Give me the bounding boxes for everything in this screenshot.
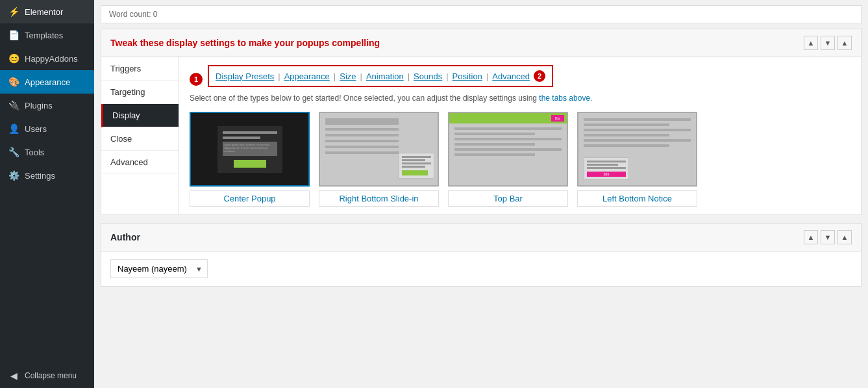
panel-minimize-btn[interactable]: ▲ bbox=[837, 36, 852, 50]
author-select[interactable]: Nayeem (nayeem) bbox=[110, 259, 208, 278]
author-panel-controls: ▲ ▼ ▲ bbox=[804, 230, 852, 244]
tab-size[interactable]: Size bbox=[340, 71, 356, 81]
tab-position[interactable]: Position bbox=[453, 71, 482, 81]
preset-center-popup-thumbnail: Lorem ipsum dolor sit amet, consectetur … bbox=[190, 112, 310, 187]
word-count-text: Word count: 0 bbox=[109, 10, 157, 19]
elementor-icon: ⚡ bbox=[8, 6, 19, 18]
tab-sep-5: | bbox=[446, 71, 448, 81]
author-collapse-down-btn[interactable]: ▼ bbox=[821, 230, 835, 244]
word-count-bar: Word count: 0 bbox=[101, 5, 862, 23]
sidebar-item-label: Plugins bbox=[25, 101, 53, 110]
author-panel-header: Author ▲ ▼ ▲ bbox=[101, 224, 861, 252]
preset-right-bottom-label: Right Bottom Slide-in bbox=[319, 190, 439, 207]
tab-advanced[interactable]: Advanced bbox=[492, 71, 530, 81]
popup-nav-advanced[interactable]: Advanced bbox=[101, 151, 179, 174]
sidebar: ⚡ Elementor 📄 Templates 😊 HappyAddons 🎨 … bbox=[0, 0, 94, 388]
popup-settings-body: Triggers Targeting Display Close Advance… bbox=[101, 57, 861, 214]
tab-sep-2: | bbox=[334, 71, 336, 81]
tab-sep-1: | bbox=[278, 71, 280, 81]
preset-left-bottom-notice[interactable]: $$$ Left Bottom Notice bbox=[577, 112, 697, 207]
select-instruction: Select one of the types below to get sta… bbox=[190, 94, 850, 103]
preset-center-popup-label: Center Popup bbox=[190, 190, 310, 207]
sidebar-item-label: Users bbox=[25, 124, 47, 134]
sidebar-item-label: Appearance bbox=[25, 77, 70, 87]
sidebar-item-label: Templates bbox=[25, 31, 63, 40]
main-content: Word count: 0 Tweak these display settin… bbox=[94, 0, 868, 388]
tab-sep-3: | bbox=[360, 71, 362, 81]
author-select-wrap: Nayeem (nayeem) ▼ bbox=[110, 259, 208, 278]
sidebar-item-label: HappyAddons bbox=[25, 54, 78, 64]
sidebar-item-templates[interactable]: 📄 Templates bbox=[0, 23, 94, 47]
preset-lbn-thumbnail: $$$ bbox=[577, 112, 697, 187]
popup-nav-display[interactable]: Display bbox=[101, 104, 179, 127]
instruction-highlight: the tabs above. bbox=[539, 94, 592, 103]
collapse-icon: ◀ bbox=[8, 370, 19, 382]
settings-icon: ⚙️ bbox=[8, 170, 19, 181]
popup-nav-close[interactable]: Close bbox=[101, 127, 179, 151]
tab-appearance[interactable]: Appearance bbox=[284, 71, 330, 81]
popup-settings-panel: Tweak these display settings to make you… bbox=[101, 29, 862, 215]
users-icon: 👤 bbox=[8, 123, 19, 135]
tabs-nav: Display Presets | Appearance | Size | An… bbox=[208, 65, 553, 87]
preset-right-bottom-thumbnail bbox=[319, 112, 439, 187]
popup-nav-sidebar: Triggers Targeting Display Close Advance… bbox=[101, 57, 179, 214]
author-minimize-btn[interactable]: ▲ bbox=[837, 230, 852, 244]
plugins-icon: 🔌 bbox=[8, 99, 19, 111]
preset-center-popup[interactable]: Lorem ipsum dolor sit amet, consectetur … bbox=[190, 112, 310, 207]
preset-lbn-label: Left Bottom Notice bbox=[577, 190, 697, 207]
appearance-icon: 🎨 bbox=[8, 76, 19, 88]
preset-right-bottom-slide-in[interactable]: Right Bottom Slide-in bbox=[319, 112, 439, 207]
popup-settings-title: Tweak these display settings to make you… bbox=[110, 38, 380, 48]
author-panel: Author ▲ ▼ ▲ Nayeem (nayeem) ▼ bbox=[101, 223, 862, 287]
collapse-label: Collapse menu bbox=[25, 371, 77, 380]
badge-2: 2 bbox=[534, 70, 545, 82]
author-collapse-up-btn[interactable]: ▲ bbox=[804, 230, 818, 244]
sidebar-collapse[interactable]: ◀ Collapse menu bbox=[0, 363, 94, 388]
tab-sounds[interactable]: Sounds bbox=[414, 71, 442, 81]
preset-top-bar-label: Top Bar bbox=[448, 190, 568, 207]
sidebar-item-label: Elementor bbox=[25, 7, 63, 17]
tab-sep-6: | bbox=[486, 71, 488, 81]
author-panel-body: Nayeem (nayeem) ▼ bbox=[101, 252, 861, 286]
tab-sep-4: | bbox=[408, 71, 410, 81]
happyaddons-icon: 😊 bbox=[8, 53, 19, 64]
sidebar-item-tools[interactable]: 🔧 Tools bbox=[0, 140, 94, 164]
panel-collapse-up-btn[interactable]: ▲ bbox=[804, 36, 818, 50]
panel-controls: ▲ ▼ ▲ bbox=[804, 36, 852, 50]
popup-settings-header: Tweak these display settings to make you… bbox=[101, 29, 861, 57]
sidebar-item-happyaddons[interactable]: 😊 HappyAddons bbox=[0, 47, 94, 70]
presets-grid: Lorem ipsum dolor sit amet, consectetur … bbox=[190, 112, 850, 207]
author-panel-title: Author bbox=[110, 232, 140, 242]
badge-1: 1 bbox=[190, 73, 203, 86]
tab-display-presets[interactable]: Display Presets bbox=[216, 71, 274, 81]
tabs-row: 1 Display Presets | Appearance | Size | … bbox=[190, 65, 850, 94]
sidebar-item-settings[interactable]: ⚙️ Settings bbox=[0, 164, 94, 187]
sidebar-item-elementor[interactable]: ⚡ Elementor bbox=[0, 0, 94, 23]
panel-collapse-down-btn[interactable]: ▼ bbox=[821, 36, 835, 50]
sidebar-item-plugins[interactable]: 🔌 Plugins bbox=[0, 94, 94, 117]
sidebar-item-appearance[interactable]: 🎨 Appearance bbox=[0, 70, 94, 94]
popup-nav-targeting[interactable]: Targeting bbox=[101, 81, 179, 104]
sidebar-item-users[interactable]: 👤 Users bbox=[0, 117, 94, 140]
preset-top-bar-thumbnail: Buy bbox=[448, 112, 568, 187]
popup-display-content: 1 Display Presets | Appearance | Size | … bbox=[179, 57, 861, 214]
tools-icon: 🔧 bbox=[8, 146, 19, 158]
sidebar-item-label: Settings bbox=[25, 171, 55, 181]
tab-animation[interactable]: Animation bbox=[366, 71, 404, 81]
popup-nav-triggers[interactable]: Triggers bbox=[101, 57, 179, 81]
preset-top-bar[interactable]: Buy bbox=[448, 112, 568, 207]
sidebar-item-label: Tools bbox=[25, 148, 44, 157]
templates-icon: 📄 bbox=[8, 29, 19, 41]
